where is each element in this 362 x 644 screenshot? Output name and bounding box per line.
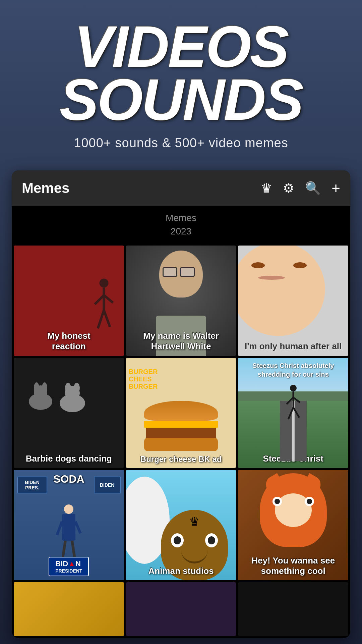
app-subtitle: 1000+ sounds & 500+ video memes xyxy=(13,136,349,150)
section-label-memes: Memes xyxy=(18,213,344,223)
toolbar-icons xyxy=(261,180,340,197)
meme-tile-bottom-dark[interactable] xyxy=(126,582,236,636)
toolbar-title: Memes xyxy=(22,180,69,196)
svg-point-14 xyxy=(290,385,297,391)
svg-point-13 xyxy=(74,383,80,393)
meme-tile-steezus[interactable]: Steezus Christ absolutely shredding for … xyxy=(238,358,348,468)
meme-tile-burger[interactable]: BURGERCHEESBURGER Burger cheese BK ad xyxy=(126,358,236,468)
burger-text-overlay: BURGERCHEESBURGER xyxy=(129,368,158,390)
meme-label-animan: Animan studios xyxy=(126,562,236,580)
svg-point-12 xyxy=(65,383,71,393)
meme-tile-animan[interactable]: ♛ Animan studios xyxy=(126,470,236,580)
section-label-year: 2023 xyxy=(18,226,344,237)
meme-tile-bottom-empty xyxy=(238,582,348,636)
meme-label-walter: My name is Walter Hartwell White xyxy=(126,327,236,356)
svg-line-25 xyxy=(72,541,75,558)
meme-label-barbie: Barbie dogs dancing xyxy=(14,449,124,468)
svg-line-18 xyxy=(288,408,293,419)
svg-line-16 xyxy=(287,397,293,404)
svg-line-19 xyxy=(293,408,299,418)
svg-line-22 xyxy=(57,522,62,535)
meme-label-honest: My honestreaction xyxy=(14,327,124,356)
svg-rect-21 xyxy=(62,514,75,541)
meme-tile-bottom-gold[interactable] xyxy=(14,582,124,636)
search-icon[interactable] xyxy=(305,181,321,196)
svg-point-9 xyxy=(42,382,47,392)
meme-label-human: I'm only human after all xyxy=(238,337,348,356)
crown-icon[interactable] xyxy=(261,181,272,196)
bottom-tiles xyxy=(12,582,350,638)
svg-point-20 xyxy=(64,504,73,514)
app-title: VIDEOS SOUNDS xyxy=(13,20,349,126)
svg-line-5 xyxy=(104,310,110,327)
meme-tile-honest-reaction[interactable]: My honestreaction xyxy=(14,246,124,356)
svg-line-17 xyxy=(293,397,300,402)
svg-point-0 xyxy=(99,278,108,287)
meme-label-soda: SODA xyxy=(14,470,124,489)
svg-line-24 xyxy=(63,541,65,558)
meme-tile-walter-white[interactable]: My name is Walter Hartwell White xyxy=(126,246,236,356)
header-section: VIDEOS SOUNDS 1000+ sounds & 500+ video … xyxy=(0,0,362,164)
svg-line-23 xyxy=(75,522,80,533)
meme-tile-cool[interactable]: Hey! You wanna see something cool xyxy=(238,470,348,580)
add-icon[interactable] xyxy=(331,180,340,197)
svg-line-2 xyxy=(95,295,104,304)
memes-grid: My honestreaction My name is Walter Hart… xyxy=(12,244,350,582)
app-container: Memes Memes 2023 My honestreaction xyxy=(12,170,350,638)
meme-label-cool: Hey! You wanna see something cool xyxy=(238,551,348,580)
app-toolbar: Memes xyxy=(12,170,350,206)
svg-line-3 xyxy=(104,295,113,303)
meme-label-burger: Burger cheese BK ad xyxy=(126,450,236,468)
steezus-subtitle: Steezus Christ absolutely shredding for … xyxy=(241,361,346,379)
svg-line-4 xyxy=(98,310,104,328)
meme-tile-soda[interactable]: BIDENPRES. BIDEN BID▲N PRESIDENT SODA xyxy=(14,470,124,580)
section-labels: Memes 2023 xyxy=(12,206,350,244)
meme-tile-barbie[interactable]: Barbie dogs dancing xyxy=(14,358,124,468)
meme-tile-human[interactable]: I'm only human after all xyxy=(238,246,348,356)
gear-icon[interactable] xyxy=(283,181,294,196)
title-line2: SOUNDS xyxy=(60,67,303,132)
svg-point-8 xyxy=(34,382,39,392)
